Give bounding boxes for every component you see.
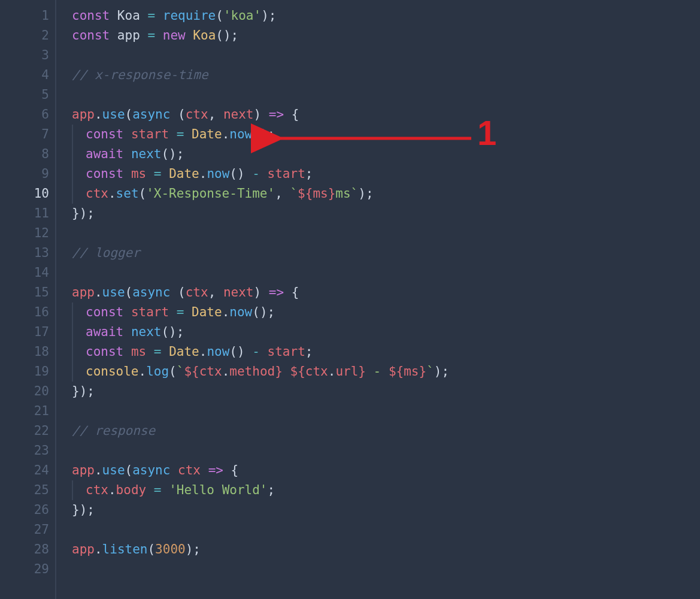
- token-prm: ctx: [186, 285, 208, 300]
- token-cls: Koa: [193, 28, 216, 43]
- code-line[interactable]: app.use(async (ctx, next) => {: [72, 283, 700, 302]
- code-line[interactable]: [72, 401, 700, 421]
- code-line[interactable]: await next();: [72, 144, 700, 164]
- token-op: =: [154, 483, 162, 497]
- token-wd: [170, 463, 178, 477]
- token-wd: ,: [208, 285, 223, 300]
- token-op: =: [147, 8, 155, 23]
- line-number: 15: [0, 283, 49, 302]
- code-line[interactable]: const Koa = require('koa');: [72, 6, 700, 26]
- token-wd: (): [229, 167, 252, 181]
- token-wd: [123, 305, 131, 319]
- code-line[interactable]: // response: [72, 421, 700, 441]
- code-line[interactable]: app.listen(3000);: [72, 540, 700, 559]
- code-line[interactable]: app.use(async (ctx, next) => {: [72, 105, 700, 125]
- token-op: =: [154, 167, 162, 181]
- code-line[interactable]: app.use(async ctx => {: [72, 461, 700, 480]
- token-op: =: [177, 127, 184, 141]
- token-wd: ;: [305, 344, 313, 359]
- token-op: -: [252, 167, 260, 181]
- token-wd: [123, 325, 131, 339]
- code-line[interactable]: [72, 223, 700, 243]
- code-area[interactable]: const Koa = require('koa');const app = n…: [56, 0, 700, 599]
- token-tpl: }: [358, 364, 366, 379]
- code-line[interactable]: const ms = Date.now() - start;: [72, 164, 700, 184]
- token-var: start: [131, 127, 169, 141]
- code-line[interactable]: console.log(`${ctx.method} ${ctx.url} - …: [72, 362, 700, 382]
- line-number: 28: [0, 540, 49, 559]
- code-line[interactable]: // x-response-time: [72, 65, 700, 85]
- token-kw: const: [72, 8, 110, 23]
- token-wd: [146, 167, 154, 181]
- token-kw: new: [163, 28, 186, 43]
- token-wd: .: [95, 542, 102, 556]
- token-wd: .: [328, 364, 336, 379]
- line-number: 22: [0, 421, 49, 441]
- code-line[interactable]: [72, 559, 700, 579]
- line-number: 8: [0, 144, 49, 164]
- token-str: `: [177, 364, 184, 379]
- token-tpl: ${: [290, 364, 305, 379]
- token-wd: (): [229, 344, 252, 359]
- code-line[interactable]: // logger: [72, 243, 700, 263]
- token-wd: ();: [161, 325, 184, 339]
- token-wd: (: [147, 542, 155, 556]
- code-line[interactable]: [72, 46, 700, 65]
- code-line[interactable]: });: [72, 382, 700, 401]
- token-var: body: [116, 483, 147, 497]
- token-var: method: [229, 364, 275, 379]
- code-line[interactable]: });: [72, 500, 700, 520]
- code-line[interactable]: [72, 263, 700, 283]
- line-number: 26: [0, 500, 49, 520]
- code-line[interactable]: const start = Date.now();: [72, 302, 700, 322]
- token-str: `: [426, 364, 434, 379]
- token-wd: );: [186, 542, 201, 556]
- token-str: 'koa': [223, 8, 261, 23]
- token-wd: [146, 344, 154, 359]
- code-line[interactable]: ctx.body = 'Hello World';: [72, 480, 700, 500]
- token-wd: .: [199, 344, 207, 359]
- token-wd: (: [169, 364, 177, 379]
- line-number: 10: [0, 184, 49, 204]
- token-tpl: }: [275, 364, 283, 379]
- line-number: 25: [0, 480, 49, 500]
- token-wd: .: [222, 364, 230, 379]
- line-number: 24: [0, 461, 49, 480]
- token-cls: console: [86, 364, 139, 379]
- line-number: 18: [0, 342, 49, 362]
- token-wd: });: [72, 503, 95, 517]
- token-wd: ): [254, 107, 269, 122]
- token-var: start: [131, 305, 169, 319]
- token-wd: [201, 463, 208, 477]
- code-editor[interactable]: 1234567891011121314151617181920212223242…: [0, 0, 700, 599]
- code-line[interactable]: const start = Date.now();: [72, 125, 700, 144]
- token-fn: use: [102, 107, 125, 122]
- line-number: 29: [0, 559, 49, 579]
- token-wd: [260, 344, 268, 359]
- code-line[interactable]: });: [72, 204, 700, 223]
- token-str: ms`: [335, 186, 358, 201]
- token-fn: set: [116, 186, 139, 201]
- code-line[interactable]: const app = new Koa();: [72, 26, 700, 46]
- token-cls: Date: [169, 167, 199, 181]
- code-line[interactable]: [72, 441, 700, 461]
- code-line[interactable]: const ms = Date.now() - start;: [72, 342, 700, 362]
- token-wd: [186, 28, 193, 43]
- line-number: 3: [0, 46, 49, 65]
- code-line[interactable]: ctx.set('X-Response-Time', `${ms}ms`);: [72, 184, 700, 204]
- code-line[interactable]: [72, 85, 700, 105]
- token-var: start: [268, 167, 305, 181]
- code-line[interactable]: [72, 520, 700, 540]
- line-number: 19: [0, 362, 49, 382]
- token-fn: use: [102, 463, 125, 477]
- token-kw: =>: [208, 463, 223, 477]
- annotation-label-1: 1: [477, 113, 496, 153]
- line-number: 14: [0, 263, 49, 283]
- token-wd: .: [222, 305, 230, 319]
- token-wd: });: [72, 384, 95, 398]
- token-tpl: }: [328, 186, 336, 201]
- code-line[interactable]: await next();: [72, 322, 700, 342]
- token-wd: ;: [268, 483, 275, 497]
- token-wd: .: [108, 483, 116, 497]
- token-str: 'X-Response-Time': [146, 186, 275, 201]
